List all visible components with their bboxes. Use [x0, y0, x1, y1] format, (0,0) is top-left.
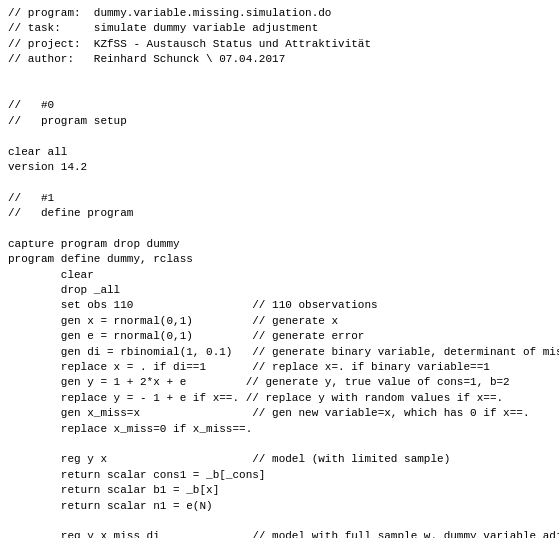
code-editor: // program: dummy.variable.missing.simul…	[8, 6, 551, 538]
code-content: // program: dummy.variable.missing.simul…	[8, 7, 559, 538]
